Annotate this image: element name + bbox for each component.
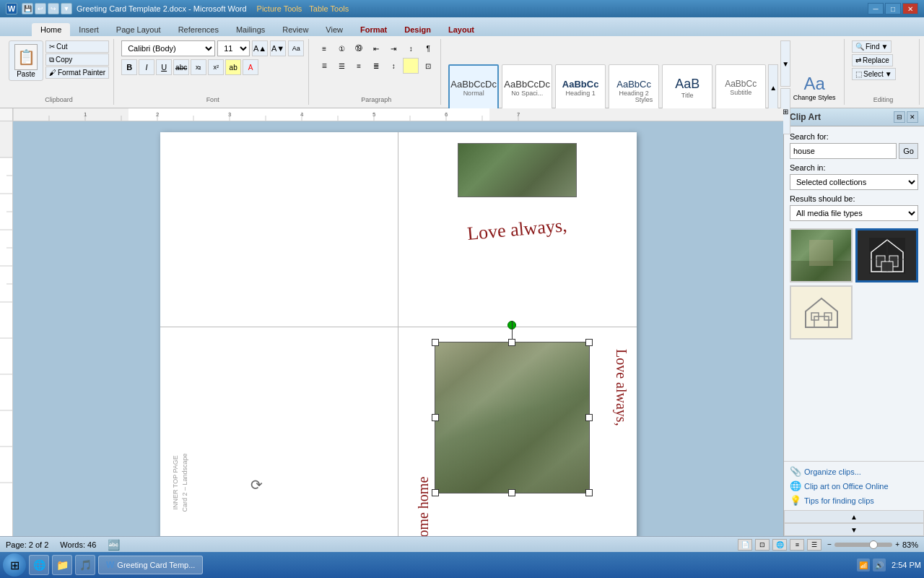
taskbar-word-window[interactable]: W Greeting Card Temp... — [98, 556, 203, 574]
italic-button[interactable]: I — [139, 59, 154, 75]
handle-tm[interactable] — [508, 339, 515, 346]
clip-item-3[interactable] — [790, 285, 853, 340]
align-right-btn[interactable]: ≡ — [351, 58, 367, 74]
handle-bm[interactable] — [508, 489, 515, 496]
decrease-indent-btn[interactable]: ⇤ — [368, 40, 384, 56]
clear-format-btn[interactable]: Aa — [288, 40, 304, 56]
taskbar-ie[interactable]: 🌐 — [29, 555, 49, 575]
handle-ml[interactable] — [432, 414, 439, 421]
multilevel-btn[interactable]: ⑲ — [351, 40, 367, 56]
undo-btn[interactable]: ↩ — [35, 3, 46, 14]
start-button[interactable]: ⊞ — [3, 553, 26, 577]
style-no-spacing[interactable]: AaBbCcDc No Spaci... — [502, 64, 552, 111]
numbering-btn[interactable]: ① — [334, 40, 349, 56]
clip-item-2[interactable] — [855, 228, 918, 282]
style-heading1[interactable]: AaBbCc Heading 1 — [555, 64, 606, 111]
sort-btn[interactable]: ↕ — [403, 40, 419, 56]
tab-references[interactable]: References — [170, 23, 227, 36]
replace-button[interactable]: ⇄ Replace — [852, 54, 893, 66]
paste-button[interactable]: 📋 Paste — [9, 40, 43, 81]
styles-scroll-down[interactable]: ▼ — [780, 40, 790, 87]
styles-scroll-up[interactable]: ▲ — [768, 64, 778, 111]
taskbar-explorer[interactable]: 📁 — [52, 555, 72, 575]
print-layout-btn[interactable]: 📄 — [738, 539, 752, 551]
align-left-btn[interactable]: ≡ — [316, 58, 332, 74]
style-title[interactable]: AaB Title — [662, 64, 712, 111]
copy-button[interactable]: ⧉ Copy — [45, 53, 109, 66]
strikethrough-button[interactable]: abc — [173, 59, 189, 75]
font-size-select[interactable]: 11 — [217, 40, 250, 56]
line-spacing-btn[interactable]: ↕ — [385, 58, 401, 74]
tab-view[interactable]: View — [317, 23, 352, 36]
organize-clips-link[interactable]: 📎 Organize clips... — [790, 466, 918, 477]
cut-button[interactable]: ✂ Cut — [45, 40, 109, 53]
panel-expand-btn[interactable]: ⊟ — [894, 111, 905, 123]
tab-layout[interactable]: Layout — [440, 23, 483, 36]
full-screen-btn[interactable]: ⊡ — [755, 539, 770, 551]
tab-page-layout[interactable]: Page Layout — [108, 23, 170, 36]
zoom-out-btn[interactable]: − — [827, 540, 832, 548]
font-color-btn[interactable]: A — [243, 59, 258, 75]
tab-format[interactable]: Format — [352, 23, 396, 36]
tab-mailings[interactable]: Mailings — [227, 23, 274, 36]
style-heading2[interactable]: AaBbCc Heading 2 — [609, 64, 659, 111]
handle-tl[interactable] — [432, 339, 439, 346]
move-handle[interactable]: ⟳ — [250, 476, 263, 493]
search-input[interactable] — [790, 143, 897, 159]
tips-link[interactable]: 💡 Tips for finding clips — [790, 495, 918, 506]
justify-btn[interactable]: ≣ — [368, 58, 384, 74]
handle-br[interactable] — [585, 489, 593, 496]
panel-close-btn[interactable]: ✕ — [907, 111, 918, 123]
change-styles-button[interactable]: Aa Change Styles — [793, 62, 836, 113]
style-subtitle[interactable]: AaBbCc Subtitle — [715, 64, 766, 111]
tab-home[interactable]: Home — [32, 23, 70, 36]
clip-item-1[interactable] — [790, 228, 853, 282]
clip-art-online-link[interactable]: 🌐 Clip art on Office Online — [790, 480, 918, 491]
scroll-down-btn[interactable]: ▼ — [784, 523, 924, 536]
taskbar-media[interactable]: 🎵 — [75, 555, 95, 575]
close-btn[interactable]: ✕ — [902, 3, 918, 14]
web-layout-btn[interactable]: 🌐 — [772, 539, 787, 551]
tab-design[interactable]: Design — [396, 23, 440, 36]
increase-font-btn[interactable]: A▲ — [252, 40, 268, 56]
selected-image[interactable] — [435, 342, 590, 493]
handle-bl[interactable] — [432, 489, 439, 496]
format-painter-button[interactable]: 🖌 Format Painter — [45, 66, 109, 79]
select-button[interactable]: ⬚ Select ▼ — [852, 68, 896, 80]
find-button[interactable]: 🔍 Find ▼ — [852, 40, 892, 53]
decrease-font-btn[interactable]: A▼ — [270, 40, 286, 56]
border-btn[interactable]: ⊡ — [420, 58, 436, 74]
shading-btn[interactable] — [403, 58, 419, 74]
font-name-select[interactable]: Calibri (Body) — [121, 40, 215, 56]
customize-btn[interactable]: ▼ — [61, 3, 72, 14]
handle-mr[interactable] — [585, 414, 593, 421]
search-in-select[interactable]: Selected collections — [790, 174, 918, 190]
tab-insert[interactable]: Insert — [70, 23, 108, 36]
minimize-btn[interactable]: ─ — [868, 3, 884, 14]
draft-view-btn[interactable]: ☰ — [807, 539, 821, 551]
go-button[interactable]: Go — [899, 143, 918, 159]
zoom-thumb[interactable] — [869, 540, 878, 549]
bullets-btn[interactable]: ≡ — [316, 40, 332, 56]
zoom-in-btn[interactable]: + — [895, 540, 899, 548]
show-marks-btn[interactable]: ¶ — [420, 40, 436, 56]
handle-tr[interactable] — [585, 339, 593, 346]
outline-view-btn[interactable]: ≡ — [790, 539, 804, 551]
style-h2-label: Heading 2 — [619, 90, 649, 97]
style-normal[interactable]: AaBbCcDc Normal — [448, 64, 499, 111]
save-quick-btn[interactable]: 💾 — [22, 3, 33, 14]
subscript-button[interactable]: x₂ — [191, 59, 206, 75]
superscript-button[interactable]: x² — [208, 59, 224, 75]
proofing-icon[interactable]: 🔤 — [108, 539, 120, 551]
redo-btn[interactable]: ↪ — [48, 3, 59, 14]
align-center-btn[interactable]: ☰ — [334, 58, 349, 74]
zoom-slider[interactable] — [834, 543, 892, 547]
results-select[interactable]: All media file types — [790, 205, 918, 221]
scroll-up-btn[interactable]: ▲ — [784, 510, 924, 523]
text-highlight-btn[interactable]: ab — [225, 59, 241, 75]
maximize-btn[interactable]: □ — [885, 3, 901, 14]
tab-review[interactable]: Review — [274, 23, 317, 36]
increase-indent-btn[interactable]: ⇥ — [385, 40, 401, 56]
bold-button[interactable]: B — [121, 59, 137, 75]
underline-button[interactable]: U — [156, 59, 172, 75]
